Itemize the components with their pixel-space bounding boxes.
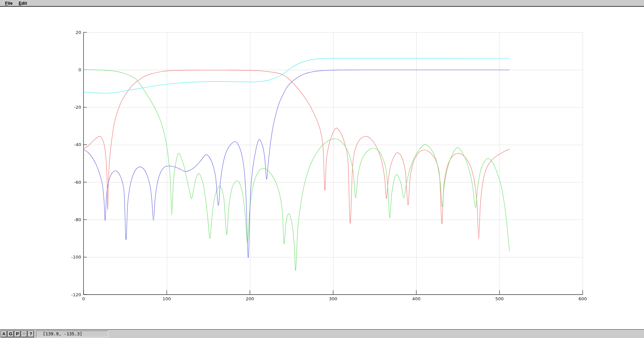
series-green (84, 70, 510, 270)
svg-text:-100: -100 (71, 255, 81, 260)
svg-text:0: 0 (82, 296, 85, 301)
menu-item-file[interactable]: File (2, 0, 15, 6)
svg-text:-60: -60 (74, 180, 81, 185)
svg-text:-40: -40 (74, 142, 81, 147)
svg-text:600: 600 (579, 296, 587, 301)
svg-text:-120: -120 (71, 292, 81, 297)
g-button[interactable]: G (7, 331, 14, 337)
series-curves (84, 58, 510, 271)
p-button[interactable]: P (14, 331, 21, 337)
a-button[interactable]: A (1, 331, 7, 337)
svg-text:200: 200 (246, 296, 254, 301)
series-cyan (84, 58, 510, 93)
svg-text:-20: -20 (74, 105, 81, 110)
coordinate-readout: [139.9, -135.3] (43, 331, 82, 336)
svg-text:300: 300 (329, 296, 337, 301)
svg-text:-80: -80 (74, 217, 81, 222)
status-bar: A G P R ? [139.9, -135.3] (0, 329, 644, 338)
svg-text:100: 100 (163, 296, 171, 301)
gridlines (84, 32, 583, 295)
series-blue (84, 70, 510, 258)
menu-bar: File Edit (0, 0, 644, 7)
svg-text:20: 20 (75, 30, 81, 35)
filter-response-chart[interactable]: 200-20-40-60-80-100-12001002003004005006… (0, 0, 644, 338)
svg-text:400: 400 (412, 296, 421, 301)
svg-text:0: 0 (78, 67, 81, 72)
help-button[interactable]: ? (28, 331, 34, 337)
menu-item-edit[interactable]: Edit (15, 0, 30, 6)
svg-text:500: 500 (495, 296, 504, 301)
r-button: R (21, 331, 27, 337)
coordinate-readout-panel: [139.9, -135.3] (36, 331, 108, 337)
